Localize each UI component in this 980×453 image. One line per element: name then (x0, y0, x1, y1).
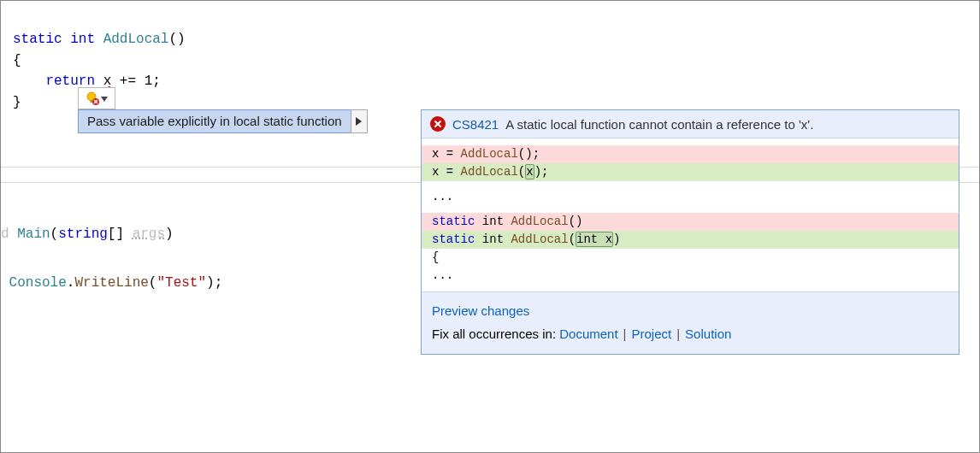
diff-added-line: static int AddLocal(int x) (422, 231, 959, 249)
number-literal: 1 (145, 74, 153, 89)
fix-document-link[interactable]: Document (559, 327, 617, 341)
diff-ellipsis: ... (422, 181, 959, 213)
quickfix-pass-variable[interactable]: Pass variable explicitly in local static… (78, 109, 351, 133)
error-message: A static local function cannot contain a… (505, 117, 813, 132)
keyword-static: static (13, 32, 62, 47)
fix-all-label: Fix all occurrences in: (432, 327, 556, 341)
method-name: AddLocal (103, 32, 169, 47)
error-icon (430, 116, 446, 132)
preview-footer: Preview changes Fix all occurrences in: … (422, 291, 959, 354)
quick-actions-menu: Pass variable explicitly in local static… (78, 109, 368, 133)
background-code[interactable]: d Main(string[] args) Console.WriteLine(… (1, 197, 222, 296)
quickfix-expand-button[interactable] (351, 109, 368, 133)
lightbulb-icon (86, 91, 99, 105)
preview-header: CS8421 A static local function cannot co… (422, 110, 959, 138)
diff-added-line: x = AddLocal(x); (422, 163, 959, 181)
triangle-right-icon (356, 117, 362, 126)
preview-changes-link[interactable]: Preview changes (432, 303, 529, 318)
fix-solution-link[interactable]: Solution (685, 327, 731, 341)
chevron-down-icon (101, 97, 108, 102)
lightbulb-button[interactable] (78, 87, 115, 109)
keyword-int: int (70, 32, 95, 47)
brace-open: { (13, 53, 21, 68)
quickfix-label: Pass variable explicitly in local static… (87, 114, 342, 128)
diff-preview: x = AddLocal(); x = AddLocal(x); ... sta… (422, 138, 959, 291)
codefix-preview-panel: CS8421 A static local function cannot co… (421, 109, 959, 355)
diff-brace: { (422, 249, 959, 267)
brace-close: } (13, 95, 21, 110)
diff-removed-line: static int AddLocal() (422, 213, 959, 231)
diff-ellipsis: ... (422, 267, 959, 285)
fix-project-link[interactable]: Project (632, 327, 672, 341)
error-code-link[interactable]: CS8421 (452, 117, 499, 132)
code-editor[interactable]: static int AddLocal() { return x += 1; } (1, 1, 979, 114)
parens: () (168, 32, 185, 47)
diff-removed-line: x = AddLocal(); (422, 145, 959, 163)
